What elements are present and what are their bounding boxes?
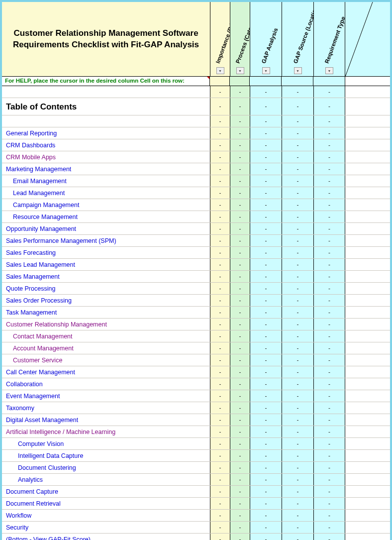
data-cell[interactable]: -: [282, 151, 313, 163]
data-cell[interactable]: -: [282, 378, 313, 390]
data-cell[interactable]: -: [313, 139, 345, 151]
data-cell[interactable]: -: [210, 450, 230, 461]
data-cell[interactable]: -: [282, 199, 313, 211]
data-cell[interactable]: -: [250, 510, 282, 521]
data-cell[interactable]: -: [282, 319, 313, 330]
data-cell[interactable]: -: [230, 247, 250, 258]
data-cell[interactable]: -: [282, 402, 313, 414]
data-cell[interactable]: -: [210, 378, 230, 390]
data-cell[interactable]: -: [282, 462, 313, 473]
data-cell[interactable]: -: [230, 223, 250, 234]
data-cell[interactable]: -: [282, 127, 313, 139]
toc-link[interactable]: Contact Management: [2, 330, 210, 342]
data-cell[interactable]: -: [282, 223, 313, 234]
toc-link[interactable]: Customer Relationship Management: [2, 319, 210, 330]
data-cell[interactable]: -: [210, 139, 230, 151]
data-cell[interactable]: -: [210, 354, 230, 366]
data-cell[interactable]: -: [313, 426, 345, 437]
data-cell[interactable]: -: [230, 390, 250, 402]
data-cell[interactable]: -: [313, 534, 345, 540]
data-cell[interactable]: -: [282, 259, 313, 270]
data-cell[interactable]: -: [313, 438, 345, 449]
data-cell[interactable]: -: [210, 271, 230, 282]
toc-link[interactable]: Sales Forecasting: [2, 247, 210, 258]
data-cell[interactable]: -: [210, 366, 230, 378]
data-cell[interactable]: -: [250, 498, 282, 509]
data-cell[interactable]: -: [210, 486, 230, 497]
help-cell[interactable]: [210, 77, 230, 86]
data-cell[interactable]: -: [313, 462, 345, 473]
data-cell[interactable]: -: [230, 86, 250, 98]
data-cell[interactable]: -: [210, 462, 230, 473]
data-cell[interactable]: -: [250, 199, 282, 211]
data-cell[interactable]: -: [230, 115, 250, 127]
help-cell[interactable]: [282, 77, 313, 86]
data-cell[interactable]: -: [210, 175, 230, 187]
data-cell[interactable]: -: [282, 115, 313, 127]
data-cell[interactable]: -: [250, 235, 282, 246]
data-cell[interactable]: -: [313, 330, 345, 342]
data-cell[interactable]: -: [313, 115, 345, 127]
data-cell[interactable]: -: [210, 247, 230, 258]
filter-dropdown-icon[interactable]: ▼: [236, 67, 244, 74]
toc-link[interactable]: Collaboration: [2, 378, 210, 390]
data-cell[interactable]: -: [230, 378, 250, 390]
data-cell[interactable]: -: [313, 247, 345, 258]
data-cell[interactable]: -: [250, 211, 282, 222]
data-cell[interactable]: -: [250, 462, 282, 473]
data-cell[interactable]: -: [230, 474, 250, 485]
toc-link[interactable]: Taxonomy: [2, 402, 210, 414]
toc-link[interactable]: Sales Management: [2, 271, 210, 282]
data-cell[interactable]: -: [282, 522, 313, 533]
data-cell[interactable]: -: [313, 98, 345, 115]
data-cell[interactable]: -: [210, 259, 230, 270]
data-cell[interactable]: -: [313, 163, 345, 175]
toc-link[interactable]: Opportunity Management: [2, 223, 210, 234]
data-cell[interactable]: -: [313, 402, 345, 414]
data-cell[interactable]: -: [313, 295, 345, 306]
data-cell[interactable]: -: [282, 354, 313, 366]
data-cell[interactable]: -: [230, 438, 250, 449]
data-cell[interactable]: -: [230, 211, 250, 222]
data-cell[interactable]: -: [210, 390, 230, 402]
data-cell[interactable]: -: [282, 187, 313, 199]
toc-link[interactable]: Artificial Intelligence / Machine Learni…: [2, 426, 210, 437]
data-cell[interactable]: -: [210, 199, 230, 211]
data-cell[interactable]: -: [282, 534, 313, 540]
data-cell[interactable]: -: [282, 247, 313, 258]
data-cell[interactable]: -: [210, 426, 230, 437]
data-cell[interactable]: -: [282, 486, 313, 497]
data-cell[interactable]: -: [250, 115, 282, 127]
data-cell[interactable]: -: [210, 235, 230, 246]
data-cell[interactable]: -: [282, 498, 313, 509]
data-cell[interactable]: -: [313, 522, 345, 533]
toc-link[interactable]: Sales Lead Management: [2, 259, 210, 270]
data-cell[interactable]: -: [210, 115, 230, 127]
data-cell[interactable]: -: [282, 330, 313, 342]
data-cell[interactable]: -: [230, 366, 250, 378]
data-cell[interactable]: -: [230, 534, 250, 540]
help-cell[interactable]: [230, 77, 250, 86]
toc-link[interactable]: Campaign Management: [2, 199, 210, 211]
data-cell[interactable]: -: [313, 187, 345, 199]
data-cell[interactable]: -: [250, 534, 282, 540]
data-cell[interactable]: -: [250, 342, 282, 354]
data-cell[interactable]: -: [250, 271, 282, 282]
data-cell[interactable]: -: [250, 402, 282, 414]
data-cell[interactable]: -: [230, 319, 250, 330]
data-cell[interactable]: -: [313, 283, 345, 294]
data-cell[interactable]: -: [250, 438, 282, 449]
data-cell[interactable]: -: [230, 510, 250, 521]
data-cell[interactable]: -: [282, 98, 313, 115]
toc-link[interactable]: Account Management: [2, 342, 210, 354]
data-cell[interactable]: -: [230, 151, 250, 163]
data-cell[interactable]: -: [313, 151, 345, 163]
data-cell[interactable]: -: [250, 163, 282, 175]
data-cell[interactable]: -: [282, 438, 313, 449]
data-cell[interactable]: -: [210, 283, 230, 294]
data-cell[interactable]: -: [230, 342, 250, 354]
data-cell[interactable]: -: [210, 474, 230, 485]
data-cell[interactable]: -: [282, 474, 313, 485]
data-cell[interactable]: -: [313, 486, 345, 497]
data-cell[interactable]: -: [210, 98, 230, 115]
